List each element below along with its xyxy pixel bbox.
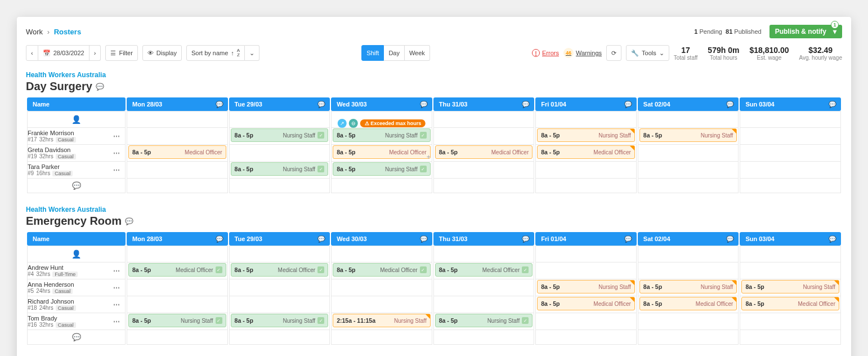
empty-cell[interactable] (638, 246, 739, 262)
day-cell[interactable] (229, 279, 330, 296)
col-header-day[interactable]: Fri 01/04💬 (535, 232, 637, 246)
chat-icon[interactable]: 💬 (522, 235, 530, 243)
day-cell[interactable]: 8a - 5pNursing Staff✓ (331, 162, 432, 179)
col-header-day[interactable]: Wed 30/03💬 (331, 232, 432, 246)
empty-cell[interactable] (535, 111, 637, 128)
display-button[interactable]: 👁 Display (142, 45, 182, 61)
day-cell[interactable]: 8a - 5pNursing Staff✓ (229, 313, 330, 330)
shift-card[interactable]: 8a - 5pMedical Officer✓ (231, 263, 329, 277)
empty-cell[interactable] (740, 330, 841, 345)
add-shift-icon[interactable]: + (427, 153, 431, 161)
chat-icon[interactable]: 💬 (96, 83, 104, 91)
empty-cell[interactable] (433, 246, 535, 262)
chat-icon[interactable]: 💬 (216, 235, 223, 243)
empty-cell[interactable] (229, 111, 330, 128)
chat-icon[interactable]: 💬 (125, 217, 133, 225)
day-cell[interactable]: 8a - 5pNursing Staff (740, 279, 841, 296)
chat-icon[interactable]: 💬 (726, 235, 734, 243)
empty-cell[interactable] (229, 246, 330, 262)
chat-icon[interactable]: 💬 (624, 235, 632, 243)
sort-dropdown[interactable]: ⌄ (245, 45, 259, 61)
employee-cell[interactable]: Andrew Hunt#432hrsFull-Time⋯ (27, 262, 126, 279)
minus-icon[interactable]: ⊖ (349, 119, 358, 128)
day-cell[interactable]: 2:15a - 11:15aNursing Staff (331, 313, 432, 330)
empty-cell[interactable] (331, 246, 432, 262)
empty-cell[interactable] (127, 179, 228, 193)
chat-icon[interactable]: 💬 (317, 235, 325, 243)
col-header-day[interactable]: Tue 29/03💬 (229, 97, 330, 111)
chat-icon[interactable]: 💬 (522, 101, 530, 108)
day-cell[interactable] (331, 279, 432, 296)
col-header-day[interactable]: Sun 03/04💬 (740, 232, 841, 246)
unassigned-icon[interactable]: 👤 (27, 111, 126, 128)
shift-card[interactable]: 8a - 5pNursing Staff✓ (333, 162, 431, 176)
more-icon[interactable]: ⋯ (113, 267, 120, 275)
day-cell[interactable] (740, 262, 841, 279)
employee-cell[interactable]: Richard Johnson#1824hrsCasual⋯ (27, 296, 126, 313)
day-cell[interactable]: 8a - 5pMedical Officer (535, 296, 637, 313)
chat-icon[interactable]: 💬 (216, 101, 223, 108)
empty-cell[interactable] (638, 330, 739, 345)
empty-cell[interactable] (433, 330, 535, 345)
day-cell[interactable] (433, 279, 535, 296)
day-cell[interactable]: 8a - 5pMedical Officer✓ (433, 262, 535, 279)
shift-card[interactable]: 8a - 5pMedical Officer (741, 297, 839, 310)
day-cell[interactable] (740, 162, 841, 179)
more-icon[interactable]: ⋯ (113, 301, 120, 309)
refresh-button[interactable]: ⟳ (606, 45, 621, 61)
day-cell[interactable]: 8a - 5pNursing Staff✓ (433, 313, 535, 330)
next-button[interactable]: › (90, 45, 101, 61)
day-cell[interactable] (433, 162, 535, 179)
chat-icon[interactable]: 💬 (420, 235, 428, 243)
day-cell[interactable]: 8a - 5pMedical Officer (740, 296, 841, 313)
day-cell[interactable] (535, 162, 637, 179)
shift-card[interactable]: 8a - 5pNursing Staff (537, 280, 635, 293)
errors-link[interactable]: ! Errors (532, 49, 559, 57)
more-icon[interactable]: ⋯ (113, 166, 120, 174)
day-cell[interactable] (535, 262, 637, 279)
org-link[interactable]: Health Workers Australia (26, 206, 842, 213)
day-cell[interactable] (638, 313, 739, 330)
day-cell[interactable]: 8a - 5pNursing Staff✓ (229, 162, 330, 179)
day-cell[interactable]: 8a - 5pNursing Staff (535, 279, 637, 296)
shift-card[interactable]: 8a - 5pMedical Officer (537, 297, 635, 310)
day-cell[interactable] (740, 145, 841, 162)
shift-card[interactable]: 8a - 5pMedical Officer✓ (333, 263, 431, 277)
day-cell[interactable] (433, 128, 535, 145)
day-cell[interactable] (331, 296, 432, 313)
tools-button[interactable]: 🔧 Tools ⌄ (626, 45, 669, 61)
col-header-day[interactable]: Wed 30/03💬 (331, 97, 432, 111)
more-icon[interactable]: ⋯ (113, 284, 120, 292)
col-header-name[interactable]: Name (27, 97, 126, 111)
day-cell[interactable]: 8a - 5pMedical Officer (433, 145, 535, 162)
col-header-day[interactable]: Fri 01/04💬 (535, 97, 637, 111)
empty-cell[interactable] (740, 179, 841, 193)
col-header-day[interactable]: Sat 02/04💬 (638, 232, 739, 246)
shift-card[interactable]: 8a - 5pMedical Officer (435, 145, 533, 159)
day-cell[interactable]: 8a - 5pMedical Officer✓ (127, 262, 228, 279)
view-shift[interactable]: Shift (361, 45, 384, 61)
col-header-day[interactable]: Sat 02/04💬 (638, 97, 739, 111)
employee-cell[interactable]: Tara Parker#916hrsCasual⋯ (27, 162, 126, 179)
day-cell[interactable] (433, 296, 535, 313)
unassigned-icon[interactable]: 👤 (27, 246, 126, 262)
employee-cell[interactable]: Tom Brady#1632hrsCasual⋯ (27, 313, 126, 330)
day-cell[interactable] (740, 128, 841, 145)
share-icon[interactable]: ↗ (338, 119, 347, 128)
chat-icon[interactable]: 💬 (624, 101, 632, 108)
day-cell[interactable]: 8a - 5pMedical Officer✓ (331, 262, 432, 279)
day-cell[interactable]: 8a - 5pMedical Officer (535, 145, 637, 162)
view-week[interactable]: Week (405, 45, 430, 61)
day-cell[interactable] (229, 296, 330, 313)
employee-cell[interactable]: Anna Henderson#524hrsCasual⋯ (27, 279, 126, 296)
shift-card[interactable]: 8a - 5pNursing Staff (639, 128, 737, 142)
employee-cell[interactable]: Frankie Morrison#1732hrsCasual⋯ (27, 128, 126, 145)
shift-card[interactable]: 8a - 5pNursing Staff✓ (128, 314, 226, 327)
day-cell[interactable]: 8a - 5pMedical Officer (638, 296, 739, 313)
day-cell[interactable] (740, 313, 841, 330)
org-link[interactable]: Health Workers Australia (26, 71, 842, 79)
empty-cell[interactable] (127, 330, 228, 345)
empty-cell[interactable] (740, 246, 841, 262)
day-cell[interactable]: 8a - 5pNursing Staff✓ (229, 128, 330, 145)
publish-button[interactable]: 1 Publish & notify ▾ (769, 25, 842, 38)
